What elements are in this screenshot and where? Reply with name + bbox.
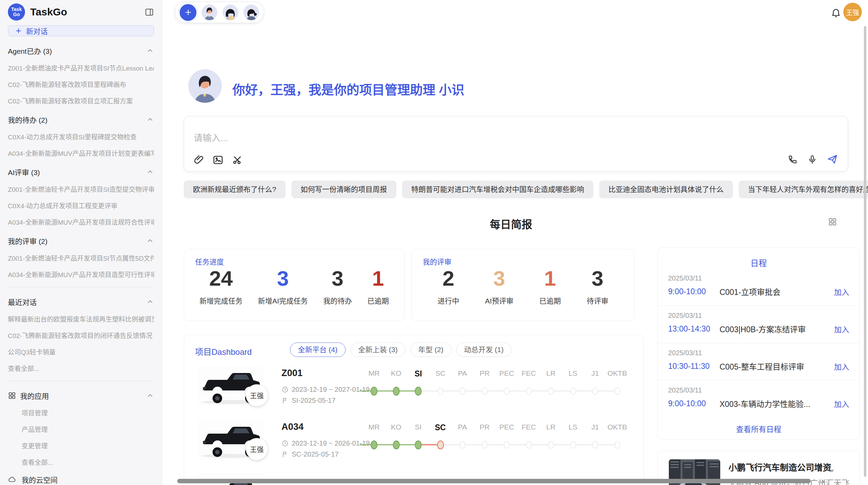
schedule-time: 10:30-11:30	[668, 362, 720, 371]
project-dates-text: 2023-12-19 ~ 2027-01-19	[292, 386, 370, 394]
suggestion-chips: 欧洲新规最近颁布了什么?如何写一份清晰的项目周报特朗普可能对进口汽车增税会对中国…	[184, 181, 868, 198]
sidebar-link[interactable]: 我的云空间	[8, 474, 154, 485]
recent-chat-item[interactable]: C02-飞腾新能源轻客改款项目的闭环通告反馈情况	[8, 331, 154, 340]
join-link[interactable]: 加入	[834, 361, 849, 372]
milestone-label: OKTB	[604, 369, 631, 377]
horizontal-scrollbar-thumb[interactable]	[177, 479, 811, 483]
milestone-dot-FEC	[526, 387, 532, 395]
vertical-scrollbar-thumb[interactable]	[864, 26, 866, 477]
recent-chat-item[interactable]: 解释最新出台的欧盟报废车法规再生塑料比例被调至15%...	[8, 314, 154, 323]
stat-label: 我的待办	[323, 295, 352, 306]
view-all-schedule-link[interactable]: 查看所有日程	[658, 423, 859, 434]
milestone-dot-SI	[415, 387, 422, 396]
section-header[interactable]: 我的应用	[8, 390, 154, 401]
sidebar: Task Go TaskGo 新对话 Agent已办 (3)Z001-全新燃油皮…	[0, 0, 162, 485]
timeline-segment	[529, 444, 551, 445]
sidebar-item[interactable]: A034-全新新能源MUV产品开发项目造型可行性评审	[8, 270, 154, 279]
stat-value: 3	[592, 267, 603, 290]
join-link[interactable]: 加入	[834, 286, 849, 297]
app-item[interactable]: 产品管理	[22, 424, 154, 434]
project-row[interactable]: 王强 Z001 2023-12-19 ~ 2027-01-19 SI-2025-…	[184, 365, 643, 419]
plus-icon	[15, 27, 22, 34]
dashboard-tab[interactable]: 全新平台 (4)	[290, 343, 346, 357]
schedule-title: 日程	[658, 257, 859, 269]
project-flag-text: SI-2025-05-17	[292, 397, 336, 405]
dashboard-tab[interactable]: 全新上装 (3)	[350, 343, 406, 357]
stats-row: 2 进行中 3 AI预评审 1 已逾期 3 待评审	[412, 267, 634, 306]
paperclip-icon[interactable]	[193, 154, 205, 166]
suggestion-chip[interactable]: 如何写一份清晰的项目周报	[291, 181, 396, 198]
flag-icon	[281, 397, 289, 404]
sidebar-item[interactable]: C02-飞腾新能源轻客改款项目立项汇报方案	[8, 96, 154, 105]
flag-icon	[281, 451, 289, 458]
input-toolbar-left	[193, 154, 243, 166]
app-item[interactable]: 查看全部...	[22, 457, 154, 467]
app-item[interactable]: 变更管理	[22, 441, 154, 450]
section-header[interactable]: 我的评审 (2)	[8, 236, 154, 246]
chat-input[interactable]: 请输入...	[184, 116, 848, 172]
section-header[interactable]: AI评审 (3)	[8, 167, 154, 177]
recent-chat-item[interactable]: 公司Q3轻卡销量	[8, 347, 154, 356]
schedule-time: 9:00-10:00	[668, 287, 720, 296]
sidebar-item[interactable]: Z001-全新燃油轻卡产品开发项目SI节点属性5D文件评审	[8, 253, 154, 262]
dashboard-tab[interactable]: 年型 (2)	[410, 343, 451, 357]
project-dates: 2023-12-19 ~ 2026-01-19	[281, 439, 370, 447]
clock-icon	[281, 386, 289, 393]
new-chat-button[interactable]: 新对话	[8, 25, 154, 36]
chevron-up-icon	[146, 392, 154, 399]
divider	[8, 287, 154, 287]
greeting-text: 你好，王强，我是你的项目管理助理 小识	[232, 80, 464, 98]
join-link[interactable]: 加入	[834, 323, 849, 334]
avatar[interactable]	[243, 4, 259, 20]
sidebar-item[interactable]: Z001-全新燃油皮卡产品开发项目SI节点Lesson Learn报告	[8, 63, 154, 72]
suggestion-chip[interactable]: 比亚迪全固态电池计划具体说了什么	[599, 181, 733, 198]
phone-icon[interactable]	[787, 154, 798, 165]
image-icon[interactable]	[212, 154, 224, 166]
scroll-down-arrow-icon[interactable]	[829, 467, 835, 475]
project-row[interactable]: 王强 A034 2023-12-19 ~ 2026-01-19 SC-2025-…	[184, 419, 643, 473]
scroll-right-arrow-icon[interactable]	[820, 478, 827, 485]
layout-grid-icon[interactable]	[828, 217, 837, 228]
new-conversation-button[interactable]	[180, 4, 196, 21]
mic-icon[interactable]	[807, 154, 818, 165]
notification-bell-icon[interactable]	[831, 7, 841, 19]
suggestion-chip[interactable]: 当下年轻人对汽车外观有怎样的喜好趋势	[739, 181, 868, 198]
milestone-label: OKTB	[604, 423, 631, 431]
sidebar-collapse-icon[interactable]	[145, 8, 154, 17]
section-header[interactable]: 我的待办 (2)	[8, 114, 154, 125]
stat-value: 1	[544, 267, 556, 290]
card-title: 我的评审	[423, 256, 451, 266]
milestone-dot-PA	[460, 441, 466, 449]
project-owner-badge: 王强	[246, 384, 268, 406]
avatar[interactable]	[222, 4, 238, 20]
sidebar-item[interactable]: Z001-全新燃油轻卡产品开发项目SI造型提交物评审	[8, 184, 154, 194]
avatar[interactable]	[202, 4, 217, 20]
join-link[interactable]: 加入	[834, 398, 849, 409]
recent-chat-item[interactable]: 查看全部...	[8, 363, 154, 373]
cloud-icon	[8, 475, 16, 484]
sidebar-item[interactable]: A034-全新新能源MUV产品开发项目计划变更表编写	[8, 148, 154, 158]
milestone-dot-LR	[548, 387, 554, 395]
section-header[interactable]: 最近对话	[8, 297, 154, 307]
app-item[interactable]: 项目管理	[22, 408, 154, 417]
milestone-dot-LS	[570, 387, 576, 395]
scissors-icon[interactable]	[231, 154, 243, 166]
dashboard-tab[interactable]: 动总开发 (1)	[456, 343, 512, 357]
sidebar-item[interactable]: C0X4-动力总成开发项目SI里程碑提交物检查	[8, 132, 154, 141]
assistant-avatar	[188, 69, 222, 103]
stat: 1 已逾期	[539, 267, 561, 306]
sidebar-item[interactable]: C0X4-动力总成开发项目工程变更评审	[8, 201, 154, 210]
stat-value: 24	[209, 267, 233, 290]
stat: 3 我的待办	[323, 267, 352, 306]
sidebar-item[interactable]: C02-飞腾新能源轻客改款项目里程碑画布	[8, 79, 154, 89]
section-header[interactable]: Agent已办 (3)	[8, 46, 154, 56]
suggestion-chip[interactable]: 欧洲新规最近颁布了什么?	[184, 181, 286, 198]
milestone-dot-PA	[460, 387, 466, 395]
user-avatar[interactable]: 王强	[843, 3, 862, 21]
stat: 24 新增完成任务	[200, 267, 243, 306]
send-icon[interactable]	[827, 153, 838, 165]
suggestion-chip[interactable]: 特朗普可能对进口汽车增税会对中国车企造成哪些影响	[402, 181, 593, 198]
chat-input-placeholder: 请输入...	[194, 131, 228, 144]
task-progress-card: 任务进度 24 新增完成任务 3 新增AI完成任务 3 我的待办 1 已逾期	[184, 249, 405, 321]
sidebar-item[interactable]: A034-全新新能源MUV产品开发项目法规符合性评审	[8, 217, 154, 226]
